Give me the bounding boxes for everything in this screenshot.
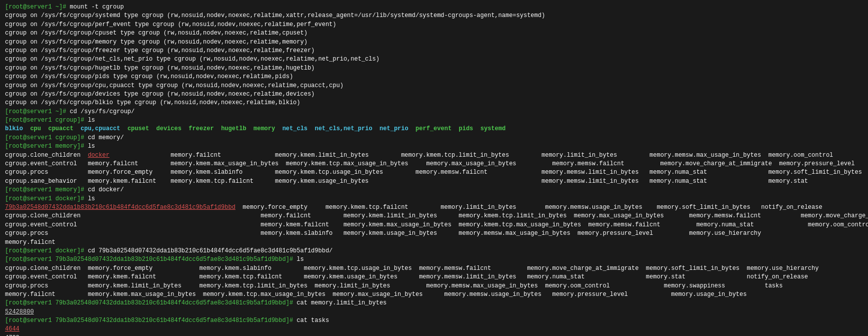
line-1: [root@server1 ~]# mount -t cgroup: [5, 3, 863, 12]
line-32: cgroup.event_control memory.kmem.failcnt…: [5, 273, 863, 281]
line-4: cgroup on /sys/fs/cgroup/cpuset type cgr…: [5, 29, 863, 38]
line-17: [root@server1 memory]# ls: [5, 142, 863, 151]
line-10: cgroup on /sys/fs/cgroup/cpu,cpuacct typ…: [5, 82, 863, 90]
line-5: cgroup on /sys/fs/cgroup/memory type cgr…: [5, 38, 863, 47]
line-35: [root@server1 79b3a02548d07432dda1b83b21…: [5, 299, 863, 307]
line-30: [root@server1 79b3a02548d07432dda1b83b21…: [5, 255, 863, 264]
line-36: 52428800: [5, 308, 863, 316]
line-27: cgroup.procs memory.kmem.slabinfo memory…: [5, 229, 863, 238]
line-13: [root@server1 ~]# cd /sys/fs/cgroup/: [5, 108, 863, 116]
line-28: memory.failcnt: [5, 238, 863, 247]
line-33: cgroup.procs memory.kmem.limit_in_bytes …: [5, 282, 863, 290]
line-19: cgroup.event_control memory.failcnt memo…: [5, 160, 863, 168]
line-20: cgroup.procs memory.force_empty memory.k…: [5, 168, 863, 177]
line-8: cgroup on /sys/fs/cgroup/hugetlb type cg…: [5, 64, 863, 73]
line-34: memory.failcnt memory.kmem.max_usage_in_…: [5, 290, 863, 299]
line-7: cgroup on /sys/fs/cgroup/net_cls,net_pri…: [5, 55, 863, 64]
line-14: [root@server1 cgroup]# ls: [5, 116, 863, 125]
line-6: cgroup on /sys/fs/cgroup/freezer type cg…: [5, 47, 863, 55]
terminal-output: [root@server1 ~]# mount -t cgroup cgroup…: [5, 3, 863, 336]
line-16: [root@server1 cgroup]# cd memory/: [5, 134, 863, 142]
line-22: [root@server1 memory]# cd docker/: [5, 186, 863, 194]
line-39: 4798: [5, 334, 863, 336]
line-31: cgroup.clone_children memory.force_empty…: [5, 264, 863, 273]
line-38: 4644: [5, 325, 863, 333]
line-29: [root@server1 docker]# cd 79b3a02548d074…: [5, 247, 863, 255]
line-9: cgroup on /sys/fs/cgroup/pids type cgrou…: [5, 73, 863, 81]
line-25: cgroup.clone_children memory.failcnt mem…: [5, 212, 863, 220]
line-24: 79b3a02548d07432dda1b83b210c61b484f4dcc6…: [5, 203, 863, 212]
line-2: cgroup on /sys/fs/cgroup/systemd type cg…: [5, 12, 863, 20]
line-26: cgroup.event_control memory.kmem.failcnt…: [5, 221, 863, 229]
line-23: [root@server1 docker]# ls: [5, 195, 863, 203]
line-3: cgroup on /sys/fs/cgroup/perf_event type…: [5, 21, 863, 29]
line-18: cgroup.clone_children docker memory.fail…: [5, 151, 863, 160]
line-11: cgroup on /sys/fs/cgroup/devices type cg…: [5, 90, 863, 99]
line-37: [root@server1 79b3a02548d07432dda1b83b21…: [5, 316, 863, 325]
line-12: cgroup on /sys/fs/cgroup/blkio type cgro…: [5, 99, 863, 107]
line-15: blkio cpu cpuacct cpu,cpuacct cpuset dev…: [5, 125, 863, 133]
line-21: cgroup.sane_behavior memory.kmem.failcnt…: [5, 177, 863, 186]
